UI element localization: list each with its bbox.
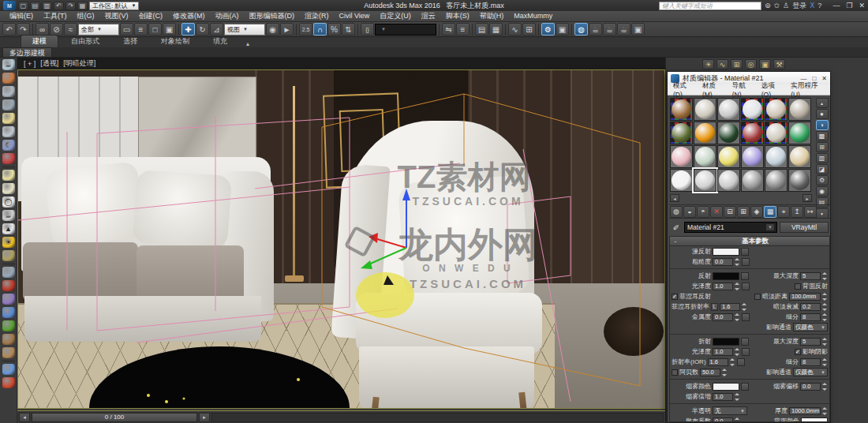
render-production-icon[interactable]: ☕ bbox=[589, 23, 602, 36]
select-object-icon[interactable]: ▭ bbox=[120, 23, 133, 36]
refract-subdiv-field[interactable]: 8 bbox=[800, 358, 821, 366]
tiling-icon[interactable]: ⊞ bbox=[816, 142, 829, 152]
ior-map-button[interactable] bbox=[737, 358, 745, 366]
list-icon[interactable] bbox=[2, 86, 15, 97]
render-globe-icon[interactable]: ◍ bbox=[574, 23, 588, 36]
restore-button[interactable]: ❐ bbox=[846, 2, 852, 9]
ellipse-icon[interactable] bbox=[2, 183, 15, 194]
translucency-dropdown[interactable]: 无▼ bbox=[713, 406, 747, 415]
make-unique-icon[interactable]: ⊟ bbox=[724, 206, 736, 218]
tab-freeform[interactable]: 自由形式 bbox=[60, 36, 110, 47]
material-slot[interactable] bbox=[788, 169, 811, 192]
ribbon-minimize-icon[interactable]: ▴ bbox=[246, 40, 249, 47]
material-slot[interactable] bbox=[670, 122, 693, 144]
mirror-icon[interactable]: ⇋ bbox=[442, 23, 455, 36]
abbe-checkbox[interactable] bbox=[672, 369, 678, 376]
menu-civil-view[interactable]: Civil View bbox=[335, 11, 375, 21]
render-online-icon[interactable]: ☕ bbox=[617, 23, 630, 36]
dim-fall-spinner[interactable] bbox=[822, 303, 828, 311]
dim-fall-field[interactable]: 0.2 bbox=[800, 303, 821, 311]
edit-named-sets-icon[interactable]: {} bbox=[361, 23, 374, 36]
lightbulb-icon[interactable] bbox=[2, 113, 15, 124]
scale-icon[interactable]: ⊿ bbox=[210, 23, 223, 36]
menu-rendering[interactable]: 渲染(R) bbox=[300, 11, 334, 21]
options-icon[interactable]: ⚙ bbox=[816, 175, 829, 185]
material-slot[interactable] bbox=[694, 122, 716, 144]
project-folder-icon[interactable]: ▦ bbox=[77, 2, 88, 10]
refract-swatch[interactable] bbox=[713, 338, 739, 346]
spreadsheet-icon[interactable] bbox=[2, 99, 15, 110]
fog-color-swatch[interactable] bbox=[713, 383, 739, 391]
material-slot[interactable] bbox=[788, 145, 811, 168]
undo-icon[interactable]: ↶ bbox=[54, 2, 64, 10]
material-slot[interactable] bbox=[670, 98, 693, 121]
moon-light-icon[interactable]: ☾ bbox=[2, 140, 15, 151]
fresnel-checkbox[interactable]: ✓ bbox=[672, 294, 678, 300]
tab-modeling[interactable]: 建模 bbox=[21, 35, 58, 47]
roughness-map-button[interactable] bbox=[742, 258, 750, 266]
sign-in-link[interactable]: 登录 bbox=[792, 1, 806, 11]
menu-animation[interactable]: 动画(A) bbox=[211, 11, 244, 21]
snap-toggle-icon[interactable]: 2.5 bbox=[299, 23, 312, 36]
render-teapot-icon[interactable]: ☕ bbox=[2, 59, 15, 70]
sphere-icon[interactable] bbox=[2, 250, 15, 261]
material-slot[interactable] bbox=[765, 169, 788, 192]
refract-gloss-map-button[interactable] bbox=[742, 348, 750, 356]
abbe-spinner[interactable] bbox=[722, 369, 728, 376]
film-camera-icon[interactable] bbox=[2, 153, 15, 164]
mtl-menu-modes[interactable]: 模式(D) bbox=[670, 81, 698, 99]
back-color-swatch[interactable] bbox=[801, 417, 828, 423]
metal-map-button[interactable] bbox=[742, 313, 750, 321]
menu-customize[interactable]: 自定义(U) bbox=[375, 11, 416, 21]
viewport-view-label[interactable]: [透视] bbox=[40, 58, 58, 69]
menu-scripting[interactable]: 脚本(S) bbox=[441, 11, 474, 21]
fresnel-ior-spinner[interactable] bbox=[742, 303, 747, 311]
curve-editor-icon[interactable]: ∿ bbox=[508, 23, 522, 36]
grass-icon[interactable] bbox=[2, 320, 15, 331]
material-id-icon[interactable]: ◈ bbox=[750, 206, 763, 218]
viewport[interactable]: TZ素材网 TZSUCAI.COM 龙内外网 O N W E D U TZSUC… bbox=[17, 69, 665, 409]
rollout-header[interactable]: -基本参数 bbox=[670, 237, 829, 246]
rendered-frame-icon[interactable]: ▣ bbox=[556, 23, 569, 36]
spinner-snap-icon[interactable]: ⇅ bbox=[342, 23, 355, 36]
menu-edit[interactable]: 编辑(E) bbox=[5, 11, 38, 21]
align-icon[interactable]: ≡ bbox=[456, 23, 470, 36]
refract-affect-dropdown[interactable]: 仅颜色▼ bbox=[793, 368, 828, 376]
bird-icon[interactable] bbox=[2, 334, 15, 345]
ribbon-toggle-icon[interactable]: ▦ bbox=[489, 23, 503, 36]
image-frame-icon[interactable] bbox=[2, 73, 15, 84]
assign-material-icon[interactable]: ◓ bbox=[697, 206, 709, 218]
reset-map-icon[interactable]: ✕ bbox=[710, 206, 723, 218]
molecule-icon[interactable] bbox=[2, 280, 15, 291]
exchange-icon[interactable]: Ⅹ bbox=[810, 2, 814, 9]
time-slider-handle[interactable]: 0 / 100 bbox=[32, 413, 197, 422]
mtl-menu-navigation[interactable]: 导航(N) bbox=[729, 81, 757, 99]
material-slot[interactable] bbox=[717, 122, 740, 144]
go-forward-sibling-icon[interactable]: ↦ bbox=[804, 206, 817, 218]
fog-mult-spinner[interactable] bbox=[735, 393, 740, 401]
roughness-spinner[interactable] bbox=[735, 258, 740, 266]
menu-create[interactable]: 创建(C) bbox=[134, 11, 168, 21]
material-slot[interactable] bbox=[670, 145, 693, 168]
make-preview-icon[interactable]: ◪ bbox=[816, 164, 829, 174]
refract-gloss-field[interactable]: 1.0 bbox=[713, 348, 733, 356]
material-slot[interactable] bbox=[741, 122, 764, 144]
material-slot[interactable] bbox=[694, 145, 716, 168]
material-slot-selected[interactable] bbox=[694, 169, 716, 192]
tab-selection[interactable]: 选择 bbox=[112, 36, 148, 47]
sun-icon[interactable]: ☀ bbox=[2, 237, 15, 248]
backlight-icon[interactable]: ◑ bbox=[816, 120, 829, 130]
diffuse-map-button[interactable] bbox=[741, 248, 749, 256]
user-icon[interactable]: ♙ bbox=[783, 2, 789, 9]
metal-spinner[interactable] bbox=[735, 313, 740, 321]
menu-xuanyun[interactable]: 渲云 bbox=[417, 11, 440, 21]
named-selection-dropdown[interactable]: ▼ bbox=[375, 24, 436, 36]
use-pivot-icon[interactable]: ◉ bbox=[266, 23, 279, 36]
minimize-button[interactable]: — bbox=[832, 2, 840, 9]
open-file-icon[interactable]: ▤ bbox=[30, 2, 40, 10]
thickness-field[interactable]: 1000.0mm bbox=[789, 407, 821, 415]
show-map-in-viewport-icon[interactable]: ▦ bbox=[764, 206, 776, 218]
scroll-up-icon[interactable]: ▲ bbox=[816, 98, 829, 108]
redo-button[interactable]: ↷ bbox=[17, 23, 30, 36]
subdiv-spinner[interactable] bbox=[822, 313, 828, 321]
